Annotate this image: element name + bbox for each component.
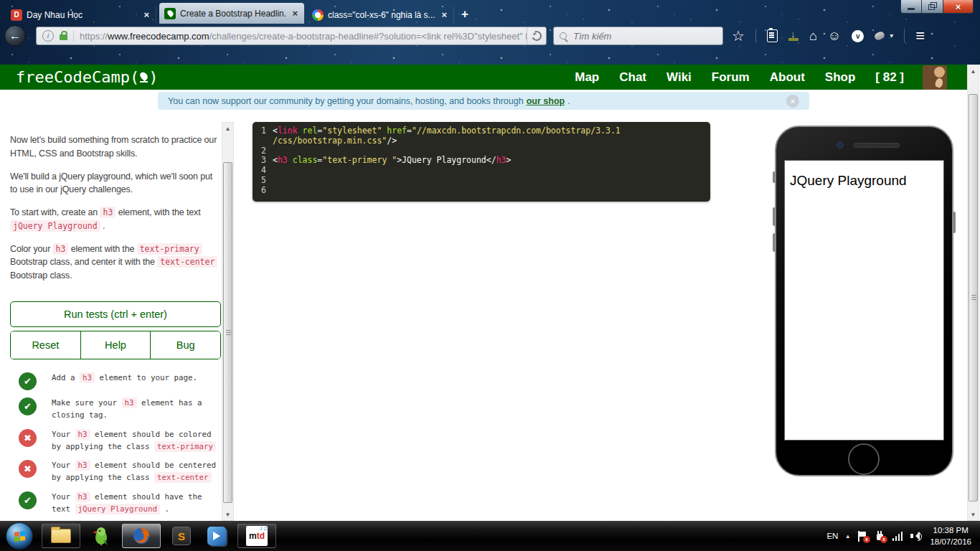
start-button[interactable] — [6, 522, 33, 550]
language-indicator[interactable]: EN — [826, 532, 838, 540]
site-logo[interactable]: freeCodeCamp() — [16, 68, 158, 86]
scrollbar-thumb[interactable] — [969, 94, 978, 501]
site-nav-links: MapChatWikiForumAboutShop[ 82 ] — [575, 70, 904, 85]
nav-link[interactable]: Forum — [712, 70, 750, 85]
taskbar-apps: S mtd ♪♫ — [42, 524, 276, 548]
https-lock-icon[interactable] — [60, 34, 67, 40]
tab-daynhauhoc[interactable]: D Day Nhau Học × — [6, 6, 156, 24]
nav-link[interactable]: Shop — [825, 70, 856, 85]
action-center-icon[interactable]: x — [857, 531, 867, 542]
code-editor[interactable]: 1 <link rel="stylesheet" href="//maxcdn.… — [253, 122, 710, 202]
music-tool-icon: mtd ♪♫ — [246, 526, 268, 546]
minimize-window-button[interactable] — [900, 0, 922, 14]
search-bar[interactable] — [553, 27, 723, 45]
downloads-icon[interactable]: ↓ — [788, 30, 798, 42]
tab-google-search[interactable]: class="col-xs-6" nghia là s... × — [307, 6, 454, 24]
bug-button[interactable]: Bug — [150, 331, 220, 359]
window-scrollbar[interactable]: ▲ ▼ — [967, 65, 979, 521]
toolbar-divider — [755, 29, 756, 43]
test-result-text: Your h3 element should be colored by app… — [52, 428, 218, 453]
reset-button[interactable]: Reset — [11, 331, 80, 359]
browser-titlebar: D Day Nhau Học × Create a Bootstrap Head… — [0, 0, 980, 24]
restore-icon — [928, 4, 935, 10]
banner-close-icon[interactable]: × — [786, 95, 799, 108]
sublime-text-icon: S — [172, 527, 191, 545]
editor-code: <h3 class="text-primery ">JQuery Playgro… — [273, 156, 705, 166]
overflow-caret-icon[interactable]: ▾ — [890, 32, 893, 39]
address-bar[interactable]: i https://www.freecodecamp.com/challenge… — [36, 27, 547, 45]
taskbar-sublime-button[interactable]: S — [167, 524, 196, 548]
tab-close-icon[interactable]: × — [291, 8, 299, 19]
test-status-icon: ✔ — [19, 372, 37, 390]
nav-link[interactable]: Wiki — [666, 70, 692, 85]
help-button[interactable]: Help — [80, 331, 151, 359]
nav-link[interactable]: About — [770, 70, 805, 85]
tab-close-icon[interactable]: × — [142, 9, 151, 20]
user-avatar[interactable] — [923, 65, 947, 90]
scroll-down-icon[interactable]: ▼ — [222, 509, 233, 520]
tab-close-icon[interactable]: × — [440, 9, 448, 20]
toolbar-icons: ☆ ↓ ⌂ ☺ v ▾ ≡ — [732, 28, 924, 44]
url-text[interactable]: https://www.freecodecamp.com/challenges/… — [73, 31, 527, 42]
editor-line: 1 <link rel="stylesheet" href="//maxcdn.… — [253, 126, 705, 146]
nav-link[interactable]: Chat — [619, 70, 646, 85]
tab-freecodecamp[interactable]: Create a Bootstrap Headlin... × — [159, 3, 304, 24]
nav-link[interactable]: [ 82 ] — [875, 70, 904, 85]
windows-flag-icon — [14, 531, 25, 542]
hamburger-menu-icon[interactable]: ≡ — [915, 28, 924, 44]
inline-code: jQuery Playground — [10, 220, 100, 232]
scrollbar-thumb[interactable] — [223, 162, 232, 503]
browser-chrome-strip — [0, 48, 980, 65]
inline-code: h3 — [75, 491, 90, 502]
clock-date: 18/07/2016 — [930, 536, 971, 547]
volume-icon[interactable] — [910, 531, 922, 541]
taskbar-music-tool-button[interactable]: mtd ♪♫ — [237, 524, 276, 548]
scroll-down-icon[interactable]: ▼ — [968, 509, 979, 520]
flame-icon — [140, 72, 148, 83]
editor-code — [273, 186, 705, 196]
nav-link[interactable]: Map — [575, 70, 599, 85]
taskbar-firefox-button[interactable] — [122, 524, 161, 548]
smiley-extension-icon[interactable]: ☺ — [828, 29, 841, 42]
clock-time: 10:38 PM — [930, 524, 971, 536]
announcement-banner: You can now support our community by get… — [158, 92, 809, 110]
home-icon[interactable]: ⌂ — [809, 29, 817, 42]
taskbar-explorer-button[interactable] — [42, 524, 80, 548]
scroll-up-icon[interactable]: ▲ — [968, 65, 979, 77]
test-result-text: Your h3 element should be centered by ap… — [52, 459, 218, 484]
extension-icon[interactable] — [874, 31, 886, 42]
bookmark-star-icon[interactable]: ☆ — [732, 29, 745, 43]
pocket-icon[interactable]: v — [852, 30, 864, 42]
toolbar-divider — [904, 29, 905, 43]
bookmarks-sidebar-icon[interactable] — [767, 29, 778, 42]
inline-code: jQuery Playground — [75, 504, 161, 514]
test-result-row: ✖ Your h3 element should be colored by a… — [10, 428, 225, 453]
taskbar-parrot-app-button[interactable] — [87, 524, 116, 548]
instruction-paragraph: We'll build a jQuery playground, which w… — [10, 170, 222, 197]
phone-volume-up-button — [773, 207, 776, 226]
inline-code: h3 — [80, 372, 95, 383]
new-tab-button[interactable]: + — [461, 7, 468, 22]
back-button[interactable]: ← — [4, 25, 26, 47]
search-input[interactable] — [572, 30, 717, 42]
search-icon — [560, 32, 567, 39]
restore-window-button[interactable] — [922, 0, 943, 14]
taskbar-clock[interactable]: 10:38 PM 18/07/2016 — [930, 524, 971, 547]
scroll-up-icon[interactable]: ▲ — [222, 123, 233, 134]
taskbar-media-player-button[interactable] — [202, 524, 231, 548]
test-result-text: Make sure your h3 element has a closing … — [52, 397, 218, 422]
test-result-text: Add a h3 element to your page. — [52, 372, 218, 384]
run-tests-button[interactable]: Run tests (ctrl + enter) — [10, 301, 221, 327]
banner-shop-link[interactable]: our shop — [527, 96, 565, 106]
line-number: 4 — [253, 166, 273, 176]
editor-code — [273, 166, 705, 176]
show-hidden-icons-icon[interactable]: ▴ — [846, 532, 849, 540]
page-info-icon[interactable]: i — [42, 30, 54, 42]
reload-button[interactable] — [527, 27, 546, 44]
network-signal-icon[interactable] — [892, 532, 903, 541]
banner-text: You can now support our community by get… — [168, 96, 524, 106]
test-results: ✔ Add a h3 element to your page. ✔ Make … — [10, 372, 225, 522]
power-icon[interactable]: x — [875, 531, 885, 542]
left-panel-scrollbar[interactable]: ▲ ▼ — [222, 122, 234, 521]
close-window-button[interactable]: × — [943, 0, 974, 14]
